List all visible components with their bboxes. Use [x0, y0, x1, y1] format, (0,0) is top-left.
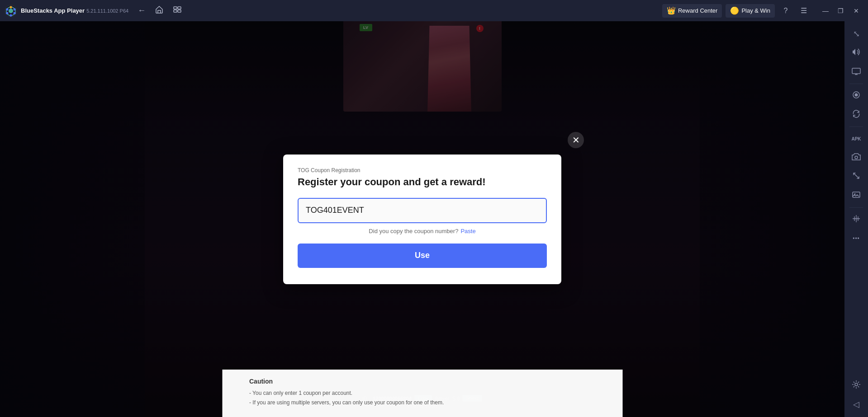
- coupon-input[interactable]: [298, 198, 547, 223]
- crown-icon: 👑: [667, 6, 676, 15]
- rotate-icon: [852, 109, 861, 121]
- caution-line-1: - You can only enter 1 coupon per accoun…: [249, 389, 595, 398]
- modal-backdrop: ✕ TOG Coupon Registration Register your …: [0, 21, 844, 417]
- menu-button[interactable]: ☰: [797, 4, 811, 18]
- svg-point-6: [10, 14, 12, 16]
- more-button[interactable]: •••: [847, 230, 865, 248]
- use-button[interactable]: Use: [298, 244, 547, 268]
- right-sidebar: ⤡: [844, 21, 868, 417]
- svg-rect-11: [174, 10, 177, 12]
- chevron-left-icon: ◁: [853, 399, 859, 409]
- expand-sidebar-button[interactable]: ◁: [847, 395, 865, 413]
- paste-row: Did you copy the coupon number? Paste: [298, 228, 547, 234]
- minimize-button[interactable]: —: [818, 4, 833, 18]
- help-button[interactable]: ?: [778, 4, 793, 18]
- modal-title: Register your coupon and get a reward!: [298, 176, 547, 188]
- home-button[interactable]: [153, 3, 166, 18]
- tv-icon: [852, 66, 861, 78]
- svg-rect-13: [852, 68, 860, 74]
- shake-button[interactable]: [847, 211, 865, 229]
- svg-point-5: [14, 12, 16, 14]
- screenshot-button[interactable]: [847, 149, 865, 167]
- fullscreen-button[interactable]: ⤡: [847, 25, 865, 43]
- play-win-button[interactable]: 🟡 Play & Win: [726, 4, 775, 18]
- shake-icon: [852, 214, 861, 225]
- svg-point-7: [6, 12, 9, 14]
- reward-center-button[interactable]: 👑 Reward Center: [662, 4, 722, 18]
- sidebar-separator-3: [849, 207, 863, 208]
- svg-rect-12: [178, 10, 181, 12]
- volume-icon: [852, 47, 861, 59]
- coupon-modal: ✕ TOG Coupon Registration Register your …: [283, 155, 561, 284]
- resize-button[interactable]: [847, 168, 865, 186]
- record-button[interactable]: [847, 87, 865, 105]
- svg-point-2: [9, 9, 13, 13]
- paste-link[interactable]: Paste: [460, 228, 475, 234]
- caution-title: Caution: [249, 378, 595, 385]
- titlebar: BlueStacks App Player 5.21.111.1002 P64 …: [0, 0, 868, 21]
- close-icon: ✕: [572, 135, 580, 145]
- svg-point-19: [855, 383, 858, 386]
- more-dots-icon: •••: [853, 235, 860, 242]
- svg-rect-9: [174, 7, 177, 9]
- tv-button[interactable]: [847, 63, 865, 81]
- app-version: 5.21.111.1002 P64: [86, 8, 128, 14]
- caution-text: - You can only enter 1 coupon per accoun…: [249, 389, 595, 407]
- resize-icon: [852, 171, 861, 183]
- apk-button[interactable]: APK: [847, 130, 865, 148]
- fullscreen-icon: ⤡: [853, 29, 860, 39]
- image-icon: [852, 190, 861, 201]
- back-button[interactable]: ←: [136, 4, 147, 17]
- tabs-button[interactable]: [171, 3, 184, 18]
- reward-center-label: Reward Center: [678, 7, 717, 14]
- svg-point-8: [6, 8, 9, 10]
- window-close-button[interactable]: ✕: [849, 4, 863, 18]
- settings-gear-icon: [852, 380, 861, 391]
- camera-icon: [852, 152, 861, 164]
- caution-line-2: - If you are using multiple servers, you…: [249, 398, 595, 407]
- svg-point-16: [855, 156, 858, 159]
- hamburger-icon: ☰: [801, 6, 807, 15]
- nav-buttons: ←: [136, 3, 184, 18]
- record-icon: [852, 90, 861, 102]
- sidebar-separator-2: [849, 127, 863, 127]
- paste-prompt-text: Did you copy the coupon number?: [369, 228, 458, 234]
- maximize-button[interactable]: ❐: [834, 4, 848, 18]
- apk-icon: APK: [851, 136, 861, 141]
- maximize-icon: ❐: [838, 7, 844, 14]
- modal-subtitle: TOG Coupon Registration: [298, 167, 547, 173]
- modal-close-button[interactable]: ✕: [568, 132, 584, 148]
- caution-section: Caution - You can only enter 1 coupon pe…: [222, 370, 622, 417]
- play-win-label: Play & Win: [741, 7, 770, 14]
- rotate-button[interactable]: [847, 106, 865, 124]
- svg-rect-10: [178, 7, 181, 9]
- coin-icon: 🟡: [730, 6, 739, 15]
- svg-point-15: [855, 93, 858, 96]
- settings-button[interactable]: [847, 376, 865, 394]
- svg-point-3: [10, 6, 12, 8]
- volume-button[interactable]: [847, 44, 865, 62]
- media-button[interactable]: [847, 187, 865, 205]
- bluestacks-logo: [5, 5, 17, 17]
- sidebar-separator-1: [849, 84, 863, 84]
- main-content: ! LV ID : 12000800056804 Copy Server: S …: [0, 21, 844, 417]
- help-icon: ?: [784, 7, 788, 15]
- titlebar-right: 👑 Reward Center 🟡 Play & Win ? ☰ — ❐ ✕: [662, 4, 863, 18]
- window-controls: — ❐ ✕: [818, 4, 863, 18]
- app-name: BlueStacks App Player: [21, 7, 85, 14]
- svg-point-4: [14, 8, 16, 10]
